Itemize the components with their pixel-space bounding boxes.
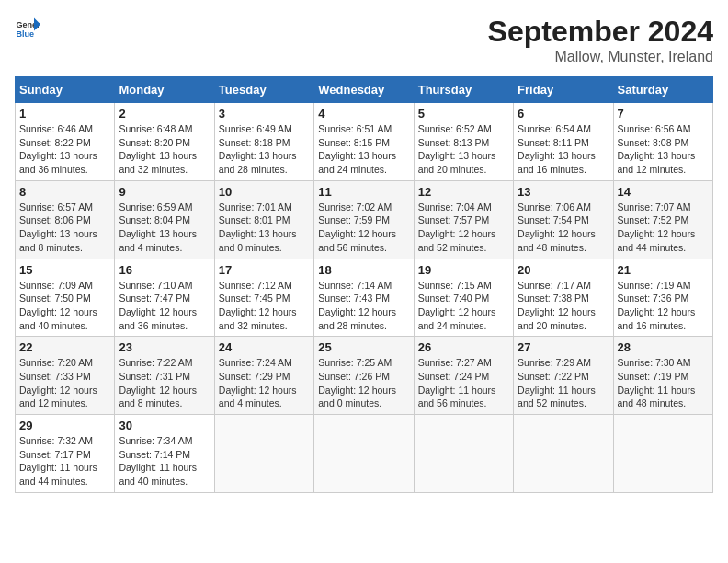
day-number: 23	[119, 340, 210, 354]
col-tuesday: Tuesday	[214, 77, 313, 103]
col-friday: Friday	[514, 77, 613, 103]
day-number: 3	[219, 107, 310, 121]
day-number: 14	[618, 185, 709, 199]
day-number: 12	[418, 185, 509, 199]
day-number: 13	[518, 185, 609, 199]
day-number: 4	[318, 107, 409, 121]
day-number: 2	[119, 107, 210, 121]
day-number: 28	[618, 340, 709, 354]
day-number: 7	[618, 107, 709, 121]
col-wednesday: Wednesday	[314, 77, 414, 103]
day-info: Sunrise: 6:48 AMSunset: 8:20 PMDaylight:…	[119, 122, 210, 177]
day-info: Sunrise: 7:34 AMSunset: 7:14 PMDaylight:…	[119, 434, 210, 488]
day-info: Sunrise: 7:17 AMSunset: 7:38 PMDaylight:…	[518, 279, 609, 333]
table-row: 25 Sunrise: 7:25 AMSunset: 7:26 PMDaylig…	[314, 337, 414, 415]
day-info: Sunrise: 7:06 AMSunset: 7:54 PMDaylight:…	[518, 201, 609, 255]
day-number: 29	[19, 419, 110, 432]
day-info: Sunrise: 6:54 AMSunset: 8:11 PMDaylight:…	[518, 122, 609, 177]
day-number: 17	[219, 263, 310, 277]
table-row: 7 Sunrise: 6:56 AMSunset: 8:08 PMDayligh…	[613, 103, 712, 181]
day-number: 16	[119, 263, 210, 277]
table-row: 19 Sunrise: 7:15 AMSunset: 7:40 PMDaylig…	[414, 259, 513, 337]
day-info: Sunrise: 7:22 AMSunset: 7:31 PMDaylight:…	[119, 356, 210, 410]
table-row: 9 Sunrise: 6:59 AMSunset: 8:04 PMDayligh…	[115, 180, 214, 259]
table-row	[314, 415, 414, 493]
logo: General Blue	[15, 15, 40, 40]
table-row	[214, 415, 313, 493]
day-number: 20	[518, 263, 609, 277]
table-row: 28 Sunrise: 7:30 AMSunset: 7:19 PMDaylig…	[613, 337, 712, 415]
table-row: 16 Sunrise: 7:10 AMSunset: 7:47 PMDaylig…	[115, 259, 214, 337]
day-info: Sunrise: 6:51 AMSunset: 8:15 PMDaylight:…	[318, 122, 409, 177]
day-number: 26	[418, 340, 509, 354]
table-row: 23 Sunrise: 7:22 AMSunset: 7:31 PMDaylig…	[115, 337, 214, 415]
table-row: 26 Sunrise: 7:27 AMSunset: 7:24 PMDaylig…	[414, 337, 513, 415]
day-info: Sunrise: 7:27 AMSunset: 7:24 PMDaylight:…	[418, 356, 509, 410]
table-row: 3 Sunrise: 6:49 AMSunset: 8:18 PMDayligh…	[214, 103, 313, 181]
table-row: 22 Sunrise: 7:20 AMSunset: 7:33 PMDaylig…	[16, 337, 115, 415]
day-info: Sunrise: 7:04 AMSunset: 7:57 PMDaylight:…	[418, 201, 509, 255]
header: General Blue September 2024 Mallow, Muns…	[15, 15, 713, 65]
calendar-week-row: 22 Sunrise: 7:20 AMSunset: 7:33 PMDaylig…	[16, 337, 713, 415]
day-info: Sunrise: 7:10 AMSunset: 7:47 PMDaylight:…	[119, 279, 210, 333]
day-number: 27	[518, 340, 609, 354]
day-number: 6	[518, 107, 609, 121]
table-row	[414, 415, 513, 493]
day-info: Sunrise: 7:30 AMSunset: 7:19 PMDaylight:…	[618, 356, 709, 410]
day-info: Sunrise: 7:24 AMSunset: 7:29 PMDaylight:…	[219, 356, 310, 410]
day-info: Sunrise: 7:29 AMSunset: 7:22 PMDaylight:…	[518, 356, 609, 410]
svg-text:Blue: Blue	[16, 29, 34, 39]
col-saturday: Saturday	[613, 77, 712, 103]
calendar-table: Sunday Monday Tuesday Wednesday Thursday…	[15, 76, 713, 493]
day-info: Sunrise: 7:09 AMSunset: 7:50 PMDaylight:…	[19, 279, 110, 333]
table-row	[613, 415, 712, 493]
table-row: 18 Sunrise: 7:14 AMSunset: 7:43 PMDaylig…	[314, 259, 414, 337]
day-info: Sunrise: 7:19 AMSunset: 7:36 PMDaylight:…	[618, 279, 709, 333]
col-thursday: Thursday	[414, 77, 513, 103]
day-number: 25	[318, 340, 409, 354]
title-area: September 2024 Mallow, Munster, Ireland	[488, 15, 713, 65]
col-monday: Monday	[115, 77, 214, 103]
day-number: 9	[119, 185, 210, 199]
day-info: Sunrise: 7:20 AMSunset: 7:33 PMDaylight:…	[19, 356, 110, 410]
day-info: Sunrise: 6:57 AMSunset: 8:06 PMDaylight:…	[19, 201, 110, 255]
day-number: 11	[318, 185, 409, 199]
calendar-header-row: Sunday Monday Tuesday Wednesday Thursday…	[16, 77, 713, 103]
table-row: 6 Sunrise: 6:54 AMSunset: 8:11 PMDayligh…	[514, 103, 613, 181]
day-info: Sunrise: 6:59 AMSunset: 8:04 PMDaylight:…	[119, 201, 210, 255]
col-sunday: Sunday	[16, 77, 115, 103]
day-number: 15	[19, 263, 110, 277]
month-title: September 2024	[488, 15, 713, 49]
day-number: 10	[219, 185, 310, 199]
table-row: 1 Sunrise: 6:46 AMSunset: 8:22 PMDayligh…	[16, 103, 115, 181]
day-number: 8	[19, 185, 110, 199]
day-number: 1	[19, 107, 110, 121]
day-info: Sunrise: 6:49 AMSunset: 8:18 PMDaylight:…	[219, 122, 310, 177]
calendar-week-row: 15 Sunrise: 7:09 AMSunset: 7:50 PMDaylig…	[16, 259, 713, 337]
day-info: Sunrise: 7:15 AMSunset: 7:40 PMDaylight:…	[418, 279, 509, 333]
table-row: 2 Sunrise: 6:48 AMSunset: 8:20 PMDayligh…	[115, 103, 214, 181]
day-number: 30	[119, 419, 210, 432]
calendar-week-row: 29 Sunrise: 7:32 AMSunset: 7:17 PMDaylig…	[16, 415, 713, 493]
day-info: Sunrise: 7:12 AMSunset: 7:45 PMDaylight:…	[219, 279, 310, 333]
location-title: Mallow, Munster, Ireland	[488, 49, 713, 65]
table-row: 17 Sunrise: 7:12 AMSunset: 7:45 PMDaylig…	[214, 259, 313, 337]
calendar-week-row: 8 Sunrise: 6:57 AMSunset: 8:06 PMDayligh…	[16, 180, 713, 259]
day-number: 19	[418, 263, 509, 277]
day-info: Sunrise: 7:01 AMSunset: 8:01 PMDaylight:…	[219, 201, 310, 255]
table-row: 4 Sunrise: 6:51 AMSunset: 8:15 PMDayligh…	[314, 103, 414, 181]
day-number: 21	[618, 263, 709, 277]
day-info: Sunrise: 6:56 AMSunset: 8:08 PMDaylight:…	[618, 122, 709, 177]
table-row: 30 Sunrise: 7:34 AMSunset: 7:14 PMDaylig…	[115, 415, 214, 493]
day-number: 18	[318, 263, 409, 277]
table-row: 29 Sunrise: 7:32 AMSunset: 7:17 PMDaylig…	[16, 415, 115, 493]
table-row: 11 Sunrise: 7:02 AMSunset: 7:59 PMDaylig…	[314, 180, 414, 259]
day-info: Sunrise: 7:07 AMSunset: 7:52 PMDaylight:…	[618, 201, 709, 255]
table-row: 10 Sunrise: 7:01 AMSunset: 8:01 PMDaylig…	[214, 180, 313, 259]
day-number: 24	[219, 340, 310, 354]
table-row: 5 Sunrise: 6:52 AMSunset: 8:13 PMDayligh…	[414, 103, 513, 181]
table-row: 15 Sunrise: 7:09 AMSunset: 7:50 PMDaylig…	[16, 259, 115, 337]
day-number: 22	[19, 340, 110, 354]
day-info: Sunrise: 7:25 AMSunset: 7:26 PMDaylight:…	[318, 356, 409, 410]
table-row: 8 Sunrise: 6:57 AMSunset: 8:06 PMDayligh…	[16, 180, 115, 259]
